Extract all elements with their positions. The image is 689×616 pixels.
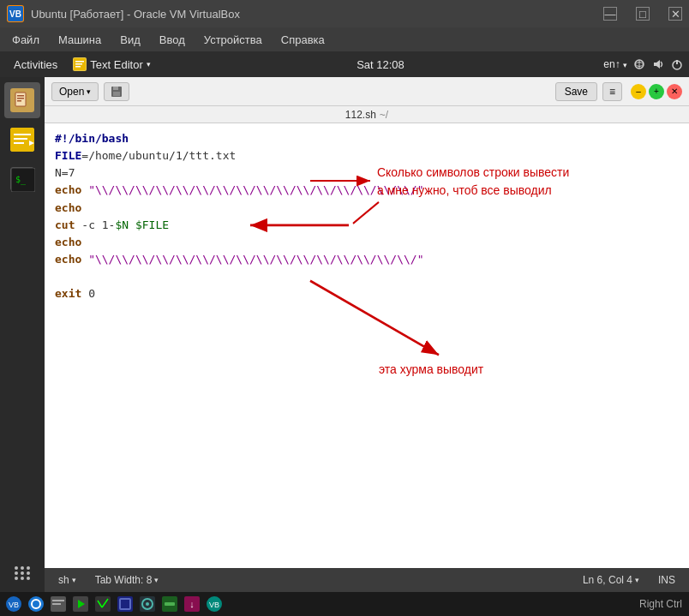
- activities-button[interactable]: Activities: [5, 51, 66, 77]
- code-line-6: cut -c 1-$N $FILE: [55, 217, 679, 234]
- window-title: Ubuntu [Работает] - Oracle VM VirtualBox: [31, 8, 596, 21]
- code-line-4: echo "\\/\\/\\/\\/\\/\\/\\/\\/\\/\\/\\/\…: [55, 182, 679, 199]
- svg-text:↓: ↓: [189, 599, 195, 609]
- svg-rect-25: [113, 92, 120, 96]
- taskbar-icon-8[interactable]: [159, 594, 180, 614]
- menu-input[interactable]: Ввод: [151, 32, 194, 48]
- text-editor-app-button[interactable]: Text Editor ▾: [66, 51, 157, 77]
- taskbar-icon-4[interactable]: [70, 594, 91, 614]
- menu-machine[interactable]: Машина: [50, 32, 110, 48]
- taskbar-icon-10[interactable]: VB: [204, 594, 225, 614]
- power-icon: [670, 57, 684, 71]
- code-line-1: #!/bin/bash: [55, 130, 679, 147]
- svg-rect-54: [165, 602, 175, 606]
- show-apps-grid[interactable]: [15, 566, 31, 587]
- code-line-9: [55, 268, 679, 285]
- content-area: $_ Open ▾: [0, 77, 689, 592]
- taskbar-icon-9[interactable]: ↓: [182, 594, 202, 614]
- floppy-icon: [111, 86, 123, 98]
- svg-rect-17: [14, 134, 31, 135]
- open-button[interactable]: Open ▾: [51, 82, 99, 101]
- code-line-8: echo "\\/\\/\\/\\/\\/\\/\\/\\/\\/\\/\\/\…: [55, 251, 679, 268]
- taskbar-icon-6[interactable]: [115, 594, 135, 614]
- svg-text:VB: VB: [209, 601, 219, 609]
- svg-point-52: [146, 602, 149, 606]
- text-editor-icon: [73, 57, 87, 71]
- top-bar-right: en↑ ▾: [603, 57, 684, 71]
- text-editor-chevron: ▾: [147, 60, 151, 69]
- right-ctrl-label: Right Ctrl: [639, 598, 686, 610]
- svg-rect-45: [95, 596, 111, 612]
- taskbar: VB ↓ VB Right Ctrl: [0, 592, 689, 616]
- taskbar-icon-5[interactable]: [93, 594, 113, 614]
- tab-width-status[interactable]: Tab Width: 8 ▾: [90, 574, 165, 586]
- code-line-10: exit 0: [55, 285, 679, 302]
- editor-panel: Open ▾ Save ≡ – + ✕ 112.sh ~/: [45, 77, 689, 592]
- editor-toolbar: Open ▾ Save ≡ – + ✕: [45, 77, 689, 106]
- clock: Sat 12:08: [158, 58, 604, 71]
- save-file-icon-button[interactable]: [104, 82, 129, 101]
- minimize-btn[interactable]: –: [631, 84, 646, 99]
- code-line-2: FILE=/home/ubuntu/1/ttt.txt: [55, 147, 679, 164]
- svg-text:VB: VB: [9, 9, 21, 19]
- terminal-icon: $_: [10, 167, 34, 191]
- sidebar-item-terminal[interactable]: $_: [4, 161, 40, 197]
- volume-icon: [651, 57, 665, 71]
- filename-bar: 112.sh ~/: [45, 106, 689, 123]
- top-bar: Activities Text Editor ▾ Sat 12:08 en↑ ▾: [0, 51, 689, 77]
- close-window-button[interactable]: ✕: [668, 7, 682, 21]
- filename: 112.sh: [345, 109, 376, 121]
- svg-rect-4: [75, 63, 82, 65]
- files-icon: [10, 88, 34, 112]
- status-bar: sh ▾ Tab Width: 8 ▾ Ln 6, Col 4 ▾ INS: [45, 568, 689, 592]
- svg-rect-18: [14, 138, 27, 140]
- menu-devices[interactable]: Устройства: [195, 32, 271, 48]
- menu-bar: Файл Машина Вид Ввод Устройства Справка: [0, 27, 689, 51]
- svg-text:эта хурма выводит: эта хурма выводит: [379, 362, 484, 376]
- svg-rect-5: [75, 66, 81, 68]
- svg-text:$_: $_: [15, 175, 27, 185]
- code-line-5: echo: [55, 200, 679, 217]
- network-icon: [632, 57, 646, 71]
- close-btn[interactable]: ✕: [667, 84, 682, 99]
- taskbar-icon-1[interactable]: VB: [3, 594, 24, 614]
- svg-rect-42: [52, 603, 61, 605]
- menu-view[interactable]: Вид: [111, 32, 149, 48]
- insert-mode-status: INS: [653, 574, 680, 586]
- text-editor-label: Text Editor: [90, 58, 142, 71]
- svg-rect-15: [17, 100, 21, 102]
- menu-help[interactable]: Справка: [273, 32, 333, 48]
- svg-text:VB: VB: [9, 601, 19, 609]
- svg-rect-19: [14, 142, 24, 144]
- svg-rect-41: [52, 600, 64, 601]
- lang-indicator[interactable]: en↑ ▾: [603, 58, 627, 70]
- minimize-button[interactable]: —: [603, 7, 617, 21]
- maximize-btn[interactable]: +: [649, 84, 664, 99]
- window-controls: – + ✕: [631, 84, 682, 99]
- code-content[interactable]: #!/bin/bash FILE=/home/ubuntu/1/ttt.txt …: [45, 123, 689, 309]
- svg-rect-13: [17, 95, 24, 97]
- code-line-3: N=7: [55, 164, 679, 182]
- sidebar: $_: [0, 77, 45, 592]
- sidebar-item-files[interactable]: [4, 82, 40, 118]
- filepath: ~/: [380, 109, 388, 121]
- cursor-position-status[interactable]: Ln 6, Col 4 ▾: [578, 574, 644, 586]
- taskbar-icon-2[interactable]: [26, 594, 46, 614]
- svg-rect-12: [15, 93, 26, 106]
- taskbar-icon-3[interactable]: [48, 594, 69, 614]
- maximize-button[interactable]: □: [636, 7, 650, 21]
- sidebar-item-editor[interactable]: [4, 122, 40, 158]
- code-editor[interactable]: #!/bin/bash FILE=/home/ubuntu/1/ttt.txt …: [45, 123, 689, 568]
- title-bar: VB Ubuntu [Работает] - Oracle VM Virtual…: [0, 0, 689, 27]
- svg-rect-14: [17, 98, 24, 99]
- code-line-7: echo: [55, 234, 679, 251]
- svg-point-38: [28, 596, 44, 612]
- virtualbox-icon: VB: [7, 5, 24, 22]
- taskbar-icon-7[interactable]: [137, 594, 158, 614]
- svg-rect-3: [75, 61, 84, 63]
- editor-menu-button[interactable]: ≡: [602, 82, 622, 101]
- svg-marker-9: [654, 60, 660, 69]
- save-button[interactable]: Save: [555, 82, 597, 101]
- menu-file[interactable]: Файл: [3, 32, 48, 48]
- language-status[interactable]: sh ▾: [53, 574, 81, 586]
